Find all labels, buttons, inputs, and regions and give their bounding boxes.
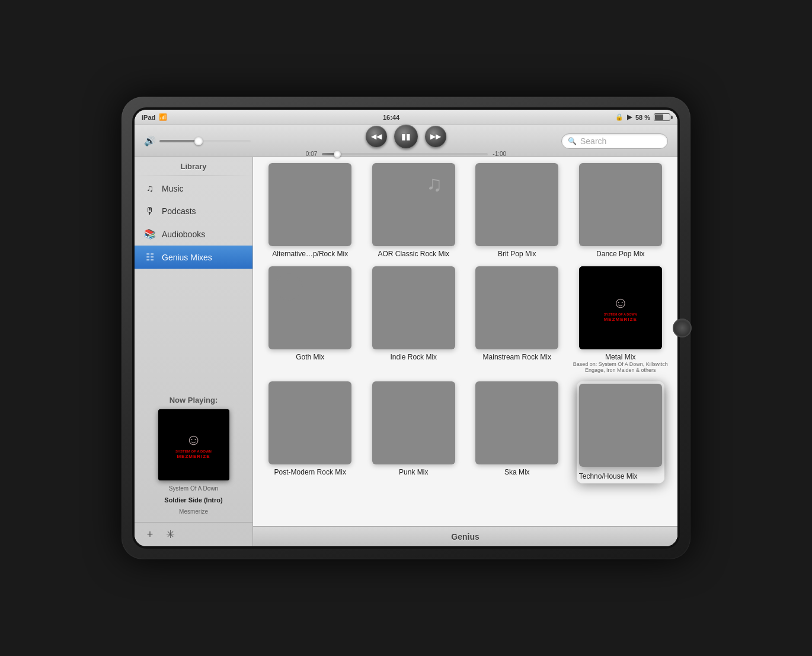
mix-item-indie-rock[interactable]: Indie Rock Mix (365, 266, 463, 373)
genius-icon[interactable]: ✳ (163, 527, 177, 542)
quadrant-techno-4 (621, 425, 662, 467)
genius-grid: Alternative…p/Rock Mix ♫ (261, 163, 669, 483)
mix-art-aor-classic-rock: ♫ (372, 163, 455, 246)
soad-face-icon: ☺ (186, 431, 202, 449)
now-playing-art: ☺ SYSTEM OF A DOWN MEZMERIZE (158, 409, 229, 480)
quadrant-aor-1 (372, 163, 414, 205)
mix-label-alternative-rock: Alternative…p/Rock Mix (272, 250, 348, 258)
sidebar-section-header: Library (135, 157, 252, 174)
quadrant-ska-1 (475, 381, 517, 423)
genius-mixes-icon: ☷ (144, 251, 156, 263)
mix-item-mainstream-rock[interactable]: Mainstream Rock Mix (468, 266, 566, 373)
progress-track[interactable] (322, 153, 488, 155)
add-button[interactable]: + (143, 527, 157, 542)
mix-item-ska[interactable]: Ska Mix (468, 381, 566, 483)
home-button[interactable] (673, 319, 692, 337)
mix-item-alternative-rock[interactable]: Alternative…p/Rock Mix (261, 163, 359, 258)
quadrant-brit-2 (517, 163, 558, 205)
quadrant-techno-2 (621, 384, 662, 425)
mix-art-mainstream-rock (475, 266, 558, 349)
mix-item-techno-house[interactable]: Techno/House Mix (572, 381, 670, 483)
sidebar-item-podcasts[interactable]: 🎙 Podcasts (135, 200, 252, 222)
mix-art-techno-house (579, 384, 662, 467)
mix-item-metal[interactable]: ☺ SYSTEM OF A DOWN MEZMERIZE Metal Mix B… (572, 266, 670, 373)
quadrant-main-3 (475, 308, 517, 349)
quadrant-indie-3 (372, 308, 414, 349)
quadrant-alt-1 (268, 163, 310, 205)
quadrant-alt-2 (310, 163, 351, 205)
quadrant-main-2 (517, 266, 558, 308)
soad-album-cover: ☺ SYSTEM OF A DOWN MEZMERIZE (158, 409, 229, 480)
sidebar-bottom-bar: + ✳ (135, 522, 252, 546)
mix-item-aor-classic-rock[interactable]: ♫ AOR Classic Rock Mix (365, 163, 463, 258)
sidebar-item-audiobooks[interactable]: 📚 Audiobooks (135, 222, 252, 246)
mix-label-indie-rock: Indie Rock Mix (390, 353, 437, 361)
quadrant-aor-2: ♫ (414, 163, 455, 205)
mix-item-dance-pop[interactable]: Dance Pop Mix (572, 163, 670, 258)
quadrant-brit-3 (475, 205, 517, 246)
quadrant-main-4 (517, 308, 558, 349)
quadrant-techno-1 (579, 384, 621, 425)
genius-scroll[interactable]: Alternative…p/Rock Mix ♫ (253, 157, 677, 526)
mix-item-brit-pop[interactable]: Brit Pop Mix (468, 163, 566, 258)
control-buttons: ◀◀ ▮▮ ▶▶ (366, 125, 446, 148)
progress-bar-area: 0:07 -1:00 (306, 151, 506, 157)
quadrant-goth-4 (310, 308, 351, 349)
now-playing-label: Now Playing: (170, 396, 218, 405)
mix-art-dance-pop (579, 163, 662, 246)
mix-art-alternative-rock (268, 163, 351, 246)
music-note-icon: ♫ (426, 171, 442, 196)
main-content: Library ♫ Music 🎙 Podcasts 📚 Audiobooks (135, 157, 677, 546)
volume-slider[interactable] (159, 140, 251, 142)
mix-art-punk (372, 381, 455, 464)
quadrant-dance-3 (579, 205, 621, 246)
mix-label-punk: Punk Mix (399, 468, 428, 476)
volume-icon: 🔊 (144, 135, 156, 147)
quadrant-alt-3 (268, 205, 310, 246)
status-left: iPad 📶 (142, 113, 167, 121)
now-playing-song: Soldier Side (Intro) (164, 496, 222, 504)
mix-label-aor-classic-rock: AOR Classic Rock Mix (378, 250, 449, 258)
status-right: 🔒 ▶ 58 % (615, 113, 670, 121)
battery-fill (655, 114, 663, 120)
prev-button[interactable]: ◀◀ (366, 126, 387, 147)
search-box[interactable]: 🔍 Search (561, 133, 668, 149)
quadrant-dance-2 (621, 163, 662, 205)
playback-controls: ◀◀ ▮▮ ▶▶ 0:07 -1:00 (306, 125, 506, 157)
metal-cover: ☺ SYSTEM OF A DOWN MEZMERIZE (579, 266, 662, 349)
quadrant-postmod-2 (310, 381, 351, 423)
volume-control: 🔊 (144, 135, 251, 147)
metal-face-icon: ☺ (612, 294, 628, 312)
mix-label-postmodern-rock: Post-Modern Rock Mix (274, 468, 346, 476)
mix-art-brit-pop (475, 163, 558, 246)
battery-bar (654, 113, 670, 121)
search-input[interactable]: Search (580, 136, 606, 146)
techno-house-card-popup: Techno/House Mix (577, 381, 664, 483)
quadrant-alt-4 (310, 205, 351, 246)
mix-label-dance-pop: Dance Pop Mix (596, 250, 644, 258)
goth-compass-icon (274, 272, 304, 302)
mix-item-goth[interactable]: Goth Mix (261, 266, 359, 373)
sidebar-item-music[interactable]: ♫ Music (135, 177, 252, 200)
status-time: 16:44 (383, 114, 399, 121)
quadrant-indie-4 (414, 308, 455, 349)
quadrant-postmod-1 (268, 381, 310, 423)
mix-item-punk[interactable]: Punk Mix (365, 381, 463, 483)
quadrant-ska-3 (475, 423, 517, 464)
mix-label-mainstream-rock: Mainstream Rock Mix (483, 353, 551, 361)
quadrant-aor-4 (414, 205, 455, 246)
quadrant-ska-2 (517, 381, 558, 423)
mix-label-goth: Goth Mix (296, 353, 324, 361)
pause-button[interactable]: ▮▮ (394, 125, 418, 148)
quadrant-punk-3 (372, 423, 414, 464)
now-playing-section: Now Playing: ☺ SYSTEM OF A DOWN MEZMERIZ… (135, 388, 252, 522)
quadrant-dance-4 (621, 205, 662, 246)
now-playing-artist: System Of A Down (169, 485, 218, 492)
mix-label-brit-pop: Brit Pop Mix (498, 250, 536, 258)
next-button[interactable]: ▶▶ (425, 126, 446, 147)
now-playing-album: Mesmerize (179, 508, 208, 515)
quadrant-punk-4 (414, 423, 455, 464)
mix-item-postmodern-rock[interactable]: Post-Modern Rock Mix (261, 381, 359, 483)
sidebar-item-genius-mixes[interactable]: ☷ Genius Mixes (135, 246, 252, 269)
genius-mixes-label: Genius Mixes (162, 253, 212, 262)
